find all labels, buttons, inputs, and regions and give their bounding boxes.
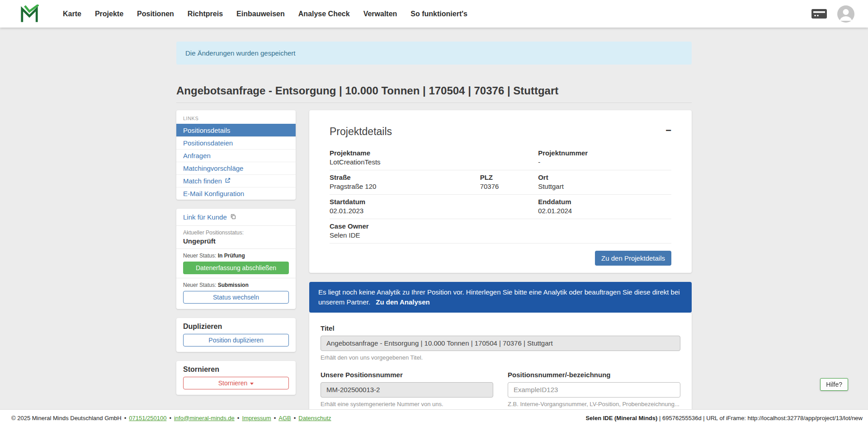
footer-link-datenschutz[interactable]: Datenschutz [298,415,331,421]
cancel-button-label: Stornieren [218,379,248,387]
duplicate-title: Duplizieren [183,323,289,331]
project-field-row: Case Owner Selen IDE [330,219,671,243]
next-status-value: In Prüfung [218,253,245,259]
save-confirmation-alert: Die Änderungen wurden gespeichert [176,42,692,65]
footer: © 2025 Mineral Minds Deutschland GmbH • … [0,409,868,426]
sidebar-item-anfragen[interactable]: Anfragen [176,149,296,162]
field-value: LotCreationTests [330,159,538,166]
sidebar-item-email-konfiguration[interactable]: E-Mail Konfiguration [176,187,296,200]
field-label: Projektnummer [538,150,671,157]
custom-position-number-help: Z.B. Interne-Vorgangsnummer, LV-Position… [508,401,680,407]
nav-item-einbauweisen[interactable]: Einbauweisen [230,6,292,22]
divider [176,278,296,278]
field-label: Enddatum [538,198,671,206]
brand-logo-icon[interactable] [20,5,39,23]
sidebar-item-label: E-Mail Konfiguration [183,190,244,197]
collapse-icon[interactable]: − [665,126,671,136]
footer-link-phone[interactable]: 07151/250100 [129,415,166,421]
page-title: Angebotsanfrage - Entsorgung | 10.000 To… [176,84,692,103]
sidebar-item-label: Matchingvorschläge [183,164,243,172]
field-label: Startdatum [330,198,538,206]
field-label: Straße [330,174,480,182]
duplicate-card: Duplizieren Position duplizieren [176,318,296,352]
footer-link-impressum[interactable]: Impressum [242,415,271,421]
title-input [321,336,680,351]
sidebar-item-matchingvorschlaege[interactable]: Matchingvorschläge [176,162,296,174]
session-details: | 69576255536d | URL of iFrame: http://l… [657,415,863,421]
copy-icon [230,213,236,221]
analytics-banner-text: Es liegt noch keine Analytik zu Ihrer Po… [318,288,680,306]
footer-link-email[interactable]: info@mineral-minds.de [174,415,235,421]
our-position-number-help: Erhält eine systemgenerierte Nummer von … [321,401,493,407]
custom-position-number-label: Positionsnummer/-bezeichnung [508,371,680,379]
field-label: Ort [538,174,671,182]
links-section-header: LINKS [176,110,296,124]
main-nav: Karte Projekte Positionen Richtpreis Ein… [56,6,474,22]
field-value: Selen IDE [330,232,671,239]
session-user: Selen IDE (Mineral Minds) [585,415,657,421]
analytics-banner: Es liegt noch keine Analytik zu Ihrer Po… [309,282,692,313]
user-avatar[interactable] [837,5,854,23]
nav-item-karte[interactable]: Karte [56,6,88,22]
project-field-row: Projektname LotCreationTests Projektnumm… [330,146,671,170]
custom-position-number-input[interactable] [508,382,680,398]
duplicate-position-button[interactable]: Position duplizieren [183,334,289,346]
separator: • [237,415,240,421]
separator: • [294,415,296,421]
field-value: 02.01.2023 [330,207,538,215]
nav-item-projekte[interactable]: Projekte [88,6,130,22]
field-value: Stuttgart [538,183,671,191]
footer-link-agb[interactable]: AGB [278,415,291,421]
project-details-card: Projektdetails − Projektname LotCreation… [309,110,692,273]
project-details-title: Projektdetails [330,126,392,138]
next-status-label: Neuer Status: [183,282,216,288]
server-icon[interactable] [811,8,827,20]
help-button[interactable]: Hilfe? [820,378,848,391]
next-status-line: Neuer Status: Submission [183,282,289,288]
our-position-number-input [321,382,493,398]
separator: • [124,415,127,421]
chevron-down-icon [250,383,254,385]
sidebar-item-label: Positionsdateien [183,139,233,147]
sidebar-links-card: LINKS Positionsdetails Positionsdateien … [176,110,296,200]
status-card: Link für Kunde Aktueller Positionsstatus… [176,209,296,309]
project-field-row: Straße Pragstraße 120 PLZ 70376 Ort Stut… [330,170,671,195]
separator: • [274,415,276,421]
copyright-text: © 2025 Mineral Minds Deutschland GmbH [11,415,122,421]
field-value: - [538,159,671,166]
our-position-number-label: Unsere Positionsnummer [321,371,493,379]
separator: • [169,415,171,421]
customer-link-label: Link für Kunde [183,213,227,221]
nav-item-analyse-check[interactable]: Analyse Check [292,6,357,22]
current-status-value: Ungeprüft [183,237,289,245]
complete-data-entry-button[interactable]: Datenerfassung abschließen [183,262,289,274]
nav-item-verwalten[interactable]: Verwalten [357,6,404,22]
nav-item-positionen[interactable]: Positionen [130,6,181,22]
next-status-line: Neuer Status: In Prüfung [183,253,289,259]
sidebar: LINKS Positionsdetails Positionsdateien … [176,110,296,404]
sidebar-item-positionsdetails[interactable]: Positionsdetails [176,124,296,136]
external-link-icon [225,177,231,185]
cancel-card: Stornieren Stornieren [176,361,296,395]
field-label: Projektname [330,150,538,157]
sidebar-item-positionsdateien[interactable]: Positionsdateien [176,136,296,149]
analytics-banner-link[interactable]: Zu den Analysen [376,298,429,306]
customer-link[interactable]: Link für Kunde [176,209,296,226]
project-field-row: Startdatum 02.01.2023 Enddatum 02.01.202… [330,195,671,219]
title-help-text: Erhält den von uns vorgegebenen Titel. [321,354,680,361]
main-content: Projektdetails − Projektname LotCreation… [309,110,692,426]
field-value: 70376 [480,183,538,191]
sidebar-item-label: Match finden [183,177,222,185]
nav-item-richtpreis[interactable]: Richtpreis [181,6,230,22]
divider [176,248,296,249]
sidebar-item-label: Anfragen [183,152,211,159]
nav-item-so-funktionierts[interactable]: So funktioniert's [404,6,474,22]
switch-status-button[interactable]: Status wechseln [183,291,289,304]
cancel-dropdown-button[interactable]: Stornieren [183,377,289,389]
project-details-button[interactable]: Zu den Projektdetails [595,251,671,266]
field-value: Pragstraße 120 [330,183,480,191]
top-navbar: Karte Projekte Positionen Richtpreis Ein… [0,0,868,28]
title-field-label: Titel [321,324,680,332]
sidebar-item-match-finden[interactable]: Match finden [176,174,296,187]
field-label: PLZ [480,174,538,182]
